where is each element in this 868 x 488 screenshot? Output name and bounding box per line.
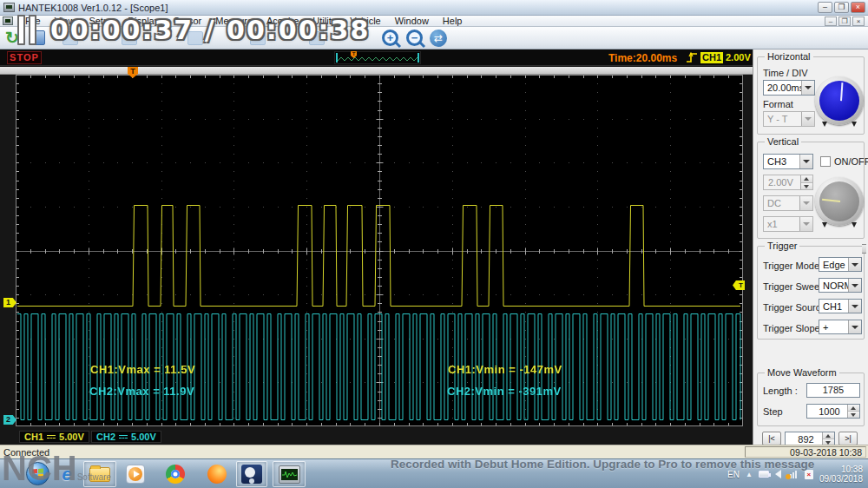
menu-item-help[interactable]: Help — [436, 16, 470, 26]
trigger-mode-select[interactable]: Edge — [819, 257, 862, 272]
firefox-icon — [207, 465, 227, 484]
ch1-position-marker[interactable]: 1 — [3, 298, 16, 307]
mdi-close-button[interactable]: × — [852, 16, 865, 26]
probe-select: x1 — [763, 216, 813, 232]
taskbar-hantek[interactable] — [273, 461, 306, 487]
go-first-button[interactable]: |< — [762, 432, 781, 445]
trigger-row-label: Trigger Sweep — [763, 281, 825, 292]
trigger-slope-select[interactable]: + — [819, 320, 862, 334]
ch2-position-marker[interactable]: 2 — [3, 415, 16, 425]
chrome-icon — [166, 465, 185, 484]
menu-item-setup[interactable]: Setup — [82, 16, 121, 26]
preview-right-bracket[interactable] — [418, 53, 419, 63]
step-label: Step — [763, 406, 783, 417]
ch1-vmax-readout: CH1:Vmax = 11.5V — [90, 363, 195, 376]
chevron-down-icon[interactable] — [799, 155, 812, 168]
ch1-vmin-readout: CH1:Vmin = -147mV — [448, 363, 562, 376]
chevron-down-icon[interactable] — [848, 279, 861, 292]
menu-item-acquire[interactable]: Acquire — [260, 16, 306, 26]
title-bar: HANTEK1008 Ver1.0.12 - [Scope1] – ❐ × — [0, 0, 868, 16]
menu-item-display[interactable]: Display — [121, 16, 166, 26]
taskbar-explorer[interactable] — [83, 461, 116, 487]
waveform-preview[interactable]: T — [334, 51, 421, 64]
ch2-scale-badge[interactable]: CH2 5.00V — [91, 431, 161, 443]
menu-item-window[interactable]: Window — [388, 16, 436, 26]
taskbar-chrome[interactable] — [161, 461, 189, 487]
onoff-label: ON/OFF — [834, 156, 868, 167]
taskbar-media-player[interactable] — [122, 461, 149, 487]
toolbar-icon[interactable] — [62, 31, 78, 45]
vertical-channel-select[interactable]: CH3 — [763, 154, 813, 169]
chevron-down-icon[interactable] — [848, 258, 861, 271]
zoom-in-icon[interactable]: + — [382, 30, 398, 46]
spin-up-icon — [801, 175, 812, 183]
tray-expand-icon[interactable]: ▲ — [746, 471, 753, 478]
ch1-badge-label: CH1 — [24, 432, 43, 442]
auto-refresh-icon[interactable]: ↻ — [5, 29, 19, 47]
ch2-badge-value: 5.00V — [131, 432, 156, 442]
connection-status: Connected — [3, 447, 49, 458]
status-bar: Connected 09-03-2018 10:38 — [0, 445, 868, 458]
stop-indicator: STOP — [7, 51, 42, 64]
step-spinner[interactable]: 1000 — [806, 404, 860, 419]
language-indicator[interactable]: EN — [727, 470, 740, 479]
horizontal-group: Horizontal Time / DIV 20.00ms Format Y -… — [757, 56, 865, 135]
coupling-select: DC — [763, 195, 813, 211]
screen: HANTEK1008 Ver1.0.12 - [Scope1] – ❐ × Fi… — [0, 0, 868, 488]
folder-icon — [89, 467, 110, 482]
close-button[interactable]: × — [851, 2, 865, 13]
zoom-out-icon[interactable]: − — [406, 30, 423, 46]
taskbar: e EN ▲ × 10:38 09/03/2018 — [0, 458, 868, 488]
mdi-minimize-button[interactable]: – — [825, 16, 837, 26]
toolbar-icon[interactable] — [309, 31, 325, 45]
scope-status-strip: STOP T Time:20.00ms CH1 2.00V — [0, 49, 753, 66]
save-icon[interactable] — [30, 30, 45, 45]
start-button[interactable] — [26, 462, 49, 485]
timebase-readout: Time:20.00ms — [608, 52, 677, 64]
trigger-level-readout: 2.00V — [726, 52, 751, 63]
trigger-group-title: Trigger — [765, 241, 799, 251]
trigger-slope-icon — [686, 52, 699, 63]
chevron-down-icon[interactable] — [848, 320, 861, 333]
control-panel: Horizontal Time / DIV 20.00ms Format Y -… — [753, 49, 868, 445]
menu-item-view[interactable]: View — [48, 16, 82, 26]
length-value-box: 1785 — [806, 383, 860, 398]
network-icon[interactable] — [787, 470, 799, 478]
menu-item-vehicle[interactable]: Vehicle — [343, 16, 387, 26]
trigger-source-select[interactable]: CH1 — [819, 299, 862, 313]
ch1-scale-badge[interactable]: CH1 5.00V — [19, 431, 89, 443]
action-center-flag-icon[interactable]: × — [805, 470, 813, 479]
horizontal-position-bar[interactable] — [0, 67, 753, 75]
preview-left-bracket[interactable] — [336, 53, 338, 63]
battery-icon[interactable] — [759, 471, 769, 478]
trigger-sweep-select[interactable]: NORMAL — [819, 278, 862, 293]
taskbar-firefox[interactable] — [203, 461, 231, 487]
menu-item-cursor[interactable]: Cursor — [166, 16, 208, 26]
toolbar-icon[interactable] — [122, 31, 137, 45]
timebase-knob[interactable] — [815, 76, 864, 125]
taskbar-debut[interactable] — [236, 461, 267, 487]
toolbar-icon[interactable] — [250, 31, 266, 45]
vertical-offset-knob[interactable] — [815, 177, 864, 226]
menu-item-file[interactable]: File — [18, 16, 48, 26]
time-div-select[interactable]: 20.00ms — [763, 80, 815, 96]
position-spinner[interactable]: 892 — [785, 432, 835, 445]
spin-down-icon — [848, 412, 859, 418]
taskbar-ie[interactable]: e — [54, 461, 80, 487]
chevron-down-icon[interactable] — [848, 300, 861, 313]
chevron-down-icon[interactable] — [801, 81, 814, 95]
ch2-vmax-readout: CH2:Vmax = 11.9V — [89, 385, 194, 398]
speaker-icon[interactable] — [775, 470, 781, 478]
mdi-restore-button[interactable]: ❐ — [838, 16, 851, 26]
channel-onoff-checkbox[interactable] — [820, 156, 831, 167]
taskbar-clock[interactable]: 10:38 09/03/2018 — [819, 465, 863, 484]
minimize-button[interactable]: – — [818, 2, 832, 13]
toolbar: ↻ + − ⇄ — [0, 27, 868, 49]
maximize-button[interactable]: ❐ — [834, 2, 849, 13]
toolbar-icon[interactable] — [187, 31, 203, 45]
menu-item-measure[interactable]: Measure — [208, 16, 260, 26]
sync-icon[interactable]: ⇄ — [430, 30, 447, 47]
panel-splitter-grip[interactable] — [862, 244, 866, 254]
menu-item-utility[interactable]: Utility — [306, 16, 343, 26]
go-last-button[interactable]: >| — [838, 432, 858, 445]
